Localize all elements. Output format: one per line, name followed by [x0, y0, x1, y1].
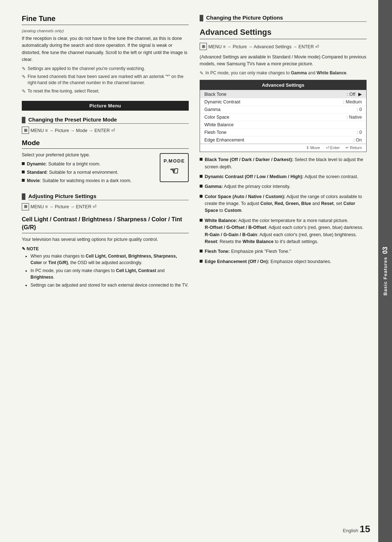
note-box: ✎ NOTE When you make changes to Cell Lig…	[22, 246, 189, 288]
adjusting-bar-indicator	[22, 193, 25, 200]
left-column: Fine Tune (analog channels only) If the …	[22, 15, 189, 520]
advanced-settings-title: Advanced Settings	[200, 28, 367, 39]
table-footer-move: ⇕ Move	[306, 145, 320, 150]
pmode-hand-icon: ☜	[170, 165, 179, 177]
page: Fine Tune (analog channels only) If the …	[0, 0, 392, 542]
fine-tune-title: Fine Tune	[22, 15, 189, 25]
adv-settings-table: Advanced Settings Black Tone : Off ▶ Dyn…	[200, 80, 367, 152]
table-footer-enter: ⏎ Enter	[326, 145, 340, 150]
adjusting-bar: Adjusting Picture Settings	[22, 193, 189, 200]
white-balance-label: White Balance	[204, 122, 359, 127]
menu-icon-1: ⊞	[22, 127, 29, 134]
table-row-color-space: Color Space : Native	[200, 113, 366, 121]
table-footer: ⇕ Move ⏎ Enter ↵ Return	[200, 144, 366, 152]
bullet-standard	[22, 171, 25, 173]
edge-enhancement-label: Edge Enhancement	[204, 137, 350, 143]
footer: English 15	[343, 523, 370, 535]
preset-mode-bar: Changing the Preset Picture Mode	[22, 116, 189, 124]
note-label-text: NOTE	[26, 246, 38, 251]
note-item-3: Settings can be adjusted and stored for …	[30, 282, 189, 288]
bullet-sq-7	[200, 260, 203, 263]
mode-item-standard: Standard: Suitable for a normal environm…	[22, 169, 155, 176]
bullet-dynamic-contrast: Dynamic Contrast (Off / Low / Medium / H…	[200, 173, 367, 180]
bullet-white-balance: White Balance: Adjust the color temperat…	[200, 217, 367, 246]
bullet-flesh-tone: Flesh Tone: Emphasize pink "Flesh Tone."	[200, 248, 367, 255]
table-row-black-tone: Black Tone : Off ▶	[200, 90, 366, 98]
adv-body1: (Advanced Settings are available in Stan…	[200, 54, 367, 68]
bullet-movie	[22, 179, 25, 182]
pmode-box: P.MODE ☜	[160, 153, 189, 182]
bullet-black-tone: Black Tone (Off / Dark / Darker / Darkes…	[200, 156, 367, 171]
mode-standard-text: Standard: Suitable for a normal environm…	[27, 169, 118, 176]
table-header: Advanced Settings	[200, 80, 366, 90]
bullet-sq-5	[200, 219, 203, 222]
pencil-icon-1: ✎	[22, 66, 26, 71]
table-row-edge-enhancement: Edge Enhancement : On	[200, 136, 366, 144]
fine-tune-note-2: ✎ Fine tuned channels that have been sav…	[22, 74, 189, 86]
table-footer-return: ↵ Return	[346, 145, 362, 150]
black-tone-value: : Off	[347, 92, 355, 97]
fine-tune-section: Fine Tune (analog channels only) If the …	[22, 15, 189, 94]
footer-english-label: English	[343, 528, 358, 533]
right-bullet-list: Black Tone (Off / Dark / Darker / Darkes…	[200, 156, 367, 265]
mode-item-dynamic: Dynamic: Suitable for a bright room.	[22, 161, 155, 168]
adv-note-text: In PC mode, you can only make changes to…	[205, 70, 348, 76]
menu-icon-3: ⊞	[200, 43, 207, 50]
flesh-tone-label: Flesh Tone	[204, 130, 354, 135]
black-tone-arrow: ▶	[358, 91, 362, 97]
bullet-sq-4	[200, 195, 203, 198]
menu-icon-2: ⊞	[22, 203, 29, 210]
table-row-flesh-tone: Flesh Tone : 0	[200, 128, 366, 136]
bullet-content-7: Edge Enhancement (Off / On): Emphasize o…	[205, 258, 367, 265]
bullet-content-4: Color Space (Auto / Native / Custom): Ad…	[205, 193, 367, 214]
color-space-value: : Native	[347, 115, 362, 120]
preset-mode-title: Changing the Preset Picture Mode	[28, 116, 189, 124]
note-item-2: In PC mode, you can only make changes to…	[30, 267, 189, 280]
mode-section: Mode Select your preferred picture type.…	[22, 139, 189, 187]
pencil-icon-2: ✎	[22, 74, 26, 79]
mode-flex: Select your preferred picture type. Dyna…	[22, 152, 189, 187]
note-item-1: When you make changes to Cell Light, Con…	[30, 253, 189, 266]
cell-light-title: Cell Light / Contrast / Brightness / Sha…	[22, 215, 189, 234]
section-bar-indicator	[22, 117, 25, 123]
adv-nav-text: MENU ≡ → Picture → Advanced Settings → E…	[208, 44, 319, 49]
bullet-dynamic	[22, 162, 25, 165]
preset-mode-nav: ⊞ MENU ≡ → Picture → Mode → ENTER ⏎	[22, 127, 189, 134]
fine-tune-note-text-2: Fine tuned channels that have been saved…	[28, 74, 189, 86]
fine-tune-body: If the reception is clear, you do not ha…	[22, 35, 189, 63]
table-row-gamma: Gamma : 0	[200, 106, 366, 113]
mode-dynamic-text: Dynamic: Suitable for a bright room.	[27, 161, 101, 168]
bullet-content-1: Black Tone (Off / Dark / Darker / Darkes…	[205, 156, 367, 171]
mode-movie-text: Movie: Suitable for watching movies in a…	[27, 177, 131, 184]
dynamic-contrast-label: Dynamic Contrast	[204, 99, 340, 104]
table-row-dynamic-contrast: Dynamic Contrast : Medium	[200, 98, 366, 106]
bullet-edge-enhancement: Edge Enhancement (Off / On): Emphasize o…	[200, 258, 367, 265]
note-list: When you make changes to Cell Light, Con…	[22, 253, 189, 288]
footer-page-number: 15	[360, 523, 370, 535]
bullet-sq-3	[200, 185, 203, 188]
adjusting-nav-text: MENU ≡ → Picture → ENTER ⏎	[30, 204, 97, 209]
adv-note: ✎ In PC mode, you can only make changes …	[200, 70, 367, 76]
picture-menu-box: Picture Menu	[22, 101, 189, 111]
changing-options-title: Changing the Picture Options	[206, 15, 367, 22]
table-row-white-balance: White Balance	[200, 121, 366, 128]
bullet-content-5: White Balance: Adjust the color temperat…	[205, 217, 367, 246]
bullet-content-3: Gamma: Adjust the primary color intensit…	[205, 183, 367, 190]
fine-tune-note-text-1: Settings are applied to the channel you'…	[28, 66, 145, 72]
gamma-label: Gamma	[204, 107, 354, 112]
fine-tune-note-text-3: To reset the fine-tuning, select Reset.	[28, 88, 99, 94]
adv-pencil-icon: ✎	[200, 70, 204, 76]
changing-options-bar: Changing the Picture Options	[200, 15, 367, 22]
pencil-icon-3: ✎	[22, 89, 26, 94]
pmode-label: P.MODE	[164, 158, 185, 164]
bullet-sq-1	[200, 158, 203, 161]
sidebar-tab: 03 Basic Features	[378, 0, 392, 542]
sidebar-number: 03	[381, 247, 389, 254]
cell-light-body: Your television has several setting opti…	[22, 236, 189, 243]
right-column: Changing the Picture Options Advanced Se…	[200, 15, 367, 520]
preset-mode-nav-text: MENU ≡ → Picture → Mode → ENTER ⏎	[30, 128, 115, 133]
bullet-content-6: Flesh Tone: Emphasize pink "Flesh Tone."	[205, 248, 367, 255]
bullet-color-space: Color Space (Auto / Native / Custom): Ad…	[200, 193, 367, 214]
analog-note: (analog channels only)	[22, 29, 189, 33]
note-pencil-icon: ✎	[22, 246, 26, 251]
